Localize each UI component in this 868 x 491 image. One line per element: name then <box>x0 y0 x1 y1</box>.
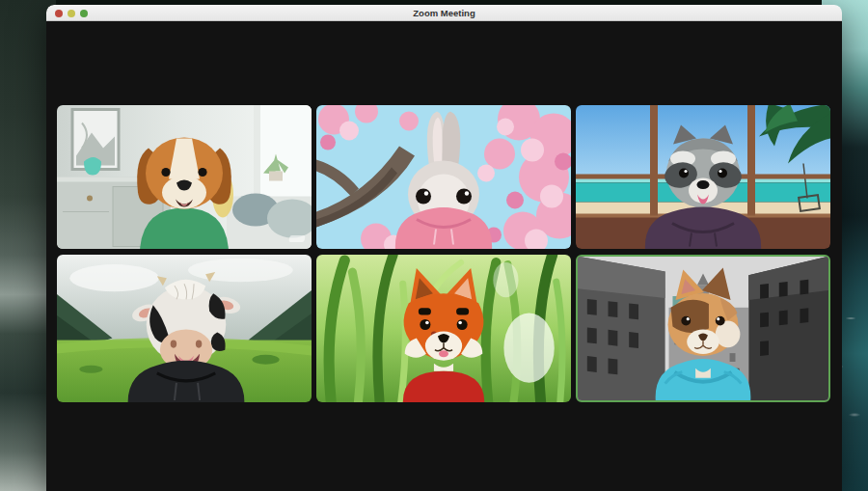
window-titlebar[interactable]: Zoom Meeting <box>46 5 842 21</box>
video-tile-rabbit[interactable] <box>316 105 571 249</box>
video-tile-dog[interactable] <box>57 105 312 249</box>
cat-avatar-image <box>578 257 828 400</box>
raccoon-avatar-image <box>576 105 830 249</box>
video-watermark <box>288 235 305 242</box>
meeting-content <box>46 21 842 491</box>
zoom-meeting-window: Zoom Meeting <box>46 5 842 491</box>
window-title: Zoom Meeting <box>46 5 842 21</box>
cow-avatar-image <box>57 255 312 402</box>
video-tile-raccoon[interactable] <box>576 105 830 249</box>
dog-avatar-image <box>57 105 312 249</box>
rabbit-avatar-image <box>316 105 571 249</box>
fox-avatar-image <box>316 255 571 402</box>
video-tile-cow[interactable] <box>57 255 312 402</box>
video-tile-fox[interactable] <box>316 255 571 402</box>
video-tile-cat[interactable] <box>576 255 830 402</box>
